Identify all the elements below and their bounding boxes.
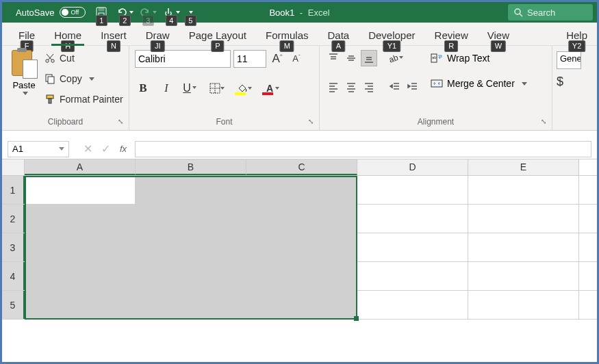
decrease-indent-button[interactable] [387,79,403,95]
keytip: 3 [142,15,153,26]
dialog-launcher[interactable]: ⤡ [541,116,546,127]
cell[interactable] [357,291,468,319]
cell[interactable] [357,176,468,204]
col-header-E[interactable]: E [468,159,579,175]
orientation-button[interactable]: ab [387,50,403,66]
autosave-toggle[interactable]: Off [60,7,86,18]
undo-button[interactable]: 2 [114,3,135,22]
cell[interactable] [25,205,136,233]
align-middle-button[interactable] [343,50,359,66]
fill-color-button[interactable] [232,80,253,96]
tab-review[interactable]: ReviewR [425,25,478,45]
group-alignment: ab ab Wrap Text Merge & C [320,46,552,130]
cell[interactable] [468,176,579,204]
tab-home[interactable]: HomeH [44,25,91,45]
svg-text:ab: ab [387,53,399,64]
cell[interactable] [357,262,468,290]
row-header-2[interactable]: 2 [2,205,25,233]
grow-font-button[interactable]: A^ [269,51,285,67]
cell[interactable] [136,176,246,204]
qat-customize-button[interactable]: 5 [184,3,196,22]
tab-developer[interactable]: DeveloperY1 [359,25,424,45]
accounting-format-button[interactable]: $ [557,69,581,89]
tab-help[interactable]: HelpY2 [557,25,597,45]
insert-function-button[interactable]: fx [114,141,132,157]
bold-button[interactable]: B [135,80,151,96]
col-header-B[interactable]: B [136,159,246,175]
dialog-launcher[interactable]: ⤡ [118,116,123,127]
italic-button[interactable]: I [158,80,175,96]
cell[interactable] [357,233,468,261]
cell[interactable] [136,205,246,233]
spreadsheet-grid[interactable]: A B C D E 1 2 3 4 5 [2,159,597,320]
save-button[interactable]: 1 [91,3,112,22]
cell[interactable] [136,233,246,261]
cell[interactable] [246,262,357,290]
col-header-A[interactable]: A [25,159,136,175]
search-box[interactable]: Search [508,4,593,21]
cell[interactable] [246,205,357,233]
wrap-text-button[interactable]: ab Wrap Text [431,50,527,66]
font-size-select[interactable] [233,50,266,68]
enter-formula-button[interactable]: ✓ [97,141,114,157]
tab-view[interactable]: ViewW [478,25,519,45]
name-box[interactable]: A1 [8,141,69,157]
shrink-font-button[interactable]: Aˇ [288,51,305,67]
tab-file[interactable]: FileF [9,25,44,45]
cell[interactable] [468,205,579,233]
col-header-D[interactable]: D [357,159,468,175]
row-header-1[interactable]: 1 [2,176,25,204]
align-right-button[interactable] [361,79,377,95]
align-bottom-button[interactable] [361,50,377,66]
redo-button[interactable]: 3 [138,3,158,22]
format-painter-button[interactable]: Format Painter [44,91,123,107]
tab-formulas[interactable]: FormulasM [256,25,318,45]
merge-center-button[interactable]: Merge & Center [431,70,527,87]
cell[interactable] [246,233,357,261]
row-header-5[interactable]: 5 [2,291,25,319]
row-header-4[interactable]: 4 [2,262,25,290]
tab-data[interactable]: DataA [318,25,359,45]
formula-input[interactable] [135,141,591,157]
cell[interactable] [25,233,136,261]
group-clipboard: Paste Cut Copy Format Painter Cli [2,46,129,130]
row-header-3[interactable]: 3 [2,233,25,261]
tab-insert[interactable]: InsertN [91,25,136,45]
align-center-button[interactable] [343,79,359,95]
font-name-select[interactable] [135,50,231,68]
paste-button[interactable]: Paste [8,49,40,95]
underline-button[interactable]: U [181,80,198,96]
keytip: H [61,40,75,52]
autosave-label: AutoSave [16,8,54,18]
cell[interactable] [246,176,357,204]
col-header-C[interactable]: C [246,159,357,175]
touch-mode-button[interactable]: 4 [161,3,181,22]
group-number: General $ [552,46,585,130]
cell[interactable] [357,205,468,233]
dialog-launcher[interactable]: ⤡ [308,116,314,127]
borders-button[interactable] [205,80,225,96]
cell[interactable] [468,291,579,319]
cell[interactable] [246,291,357,319]
cell[interactable] [136,262,246,290]
font-color-button[interactable]: A [259,80,280,96]
keytip: 4 [166,15,177,26]
tab-draw[interactable]: DrawJI [136,25,179,45]
cell[interactable] [25,291,136,319]
group-font: A^ Aˇ B I U A [129,46,320,130]
tab-page-layout[interactable]: Page LayoutP [179,25,256,45]
align-top-button[interactable] [325,50,342,66]
cell[interactable] [25,176,136,204]
cancel-formula-button[interactable]: ✕ [79,141,97,157]
cell[interactable] [468,233,579,261]
copy-button[interactable]: Copy [44,70,123,87]
increase-indent-button[interactable] [405,79,421,95]
align-left-button[interactable] [325,79,342,95]
cell[interactable] [25,262,136,290]
cell[interactable] [136,291,246,319]
cut-button[interactable]: Cut [44,50,123,66]
select-all-corner[interactable] [2,159,25,175]
number-format-select[interactable]: General [557,51,581,69]
svg-rect-11 [47,95,53,99]
cell[interactable] [468,262,579,290]
